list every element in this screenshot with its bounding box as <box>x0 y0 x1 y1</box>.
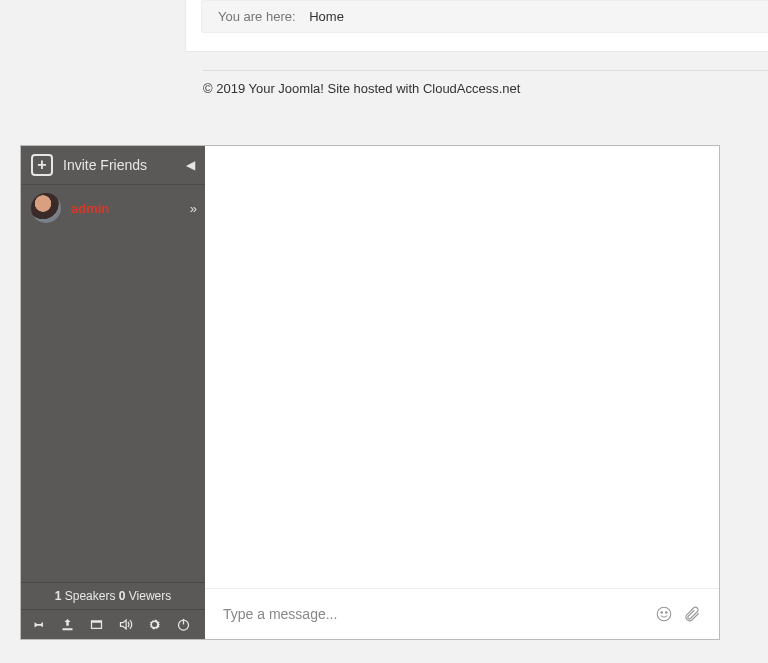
pin-icon[interactable] <box>31 617 46 632</box>
speakers-label: Speakers <box>65 589 116 603</box>
emoji-icon[interactable] <box>655 605 673 623</box>
viewers-count: 0 <box>119 589 126 603</box>
toolbar <box>21 609 205 639</box>
user-list-item[interactable]: admin » <box>21 185 205 231</box>
viewers-label: Viewers <box>129 589 171 603</box>
chat-main <box>205 146 719 639</box>
user-list <box>21 231 205 582</box>
attachment-icon[interactable] <box>683 605 701 623</box>
message-input[interactable] <box>223 606 645 622</box>
svg-point-2 <box>657 607 671 621</box>
avatar <box>31 193 61 223</box>
upload-icon[interactable] <box>60 617 75 632</box>
breadcrumb-prefix: You are here: <box>218 9 296 24</box>
gear-icon[interactable] <box>147 617 162 632</box>
chat-messages-area[interactable] <box>205 146 719 588</box>
invite-friends-button[interactable]: + Invite Friends ◀ <box>21 146 205 185</box>
breadcrumb-home[interactable]: Home <box>309 9 344 24</box>
collapse-left-icon[interactable]: ◀ <box>186 158 195 172</box>
chat-input-row <box>205 588 719 639</box>
divider <box>203 70 768 71</box>
speakers-count: 1 <box>55 589 62 603</box>
breadcrumb: You are here: Home <box>201 0 768 33</box>
window-icon[interactable] <box>89 617 104 632</box>
chevron-right-icon[interactable]: » <box>190 201 195 216</box>
chat-widget: + Invite Friends ◀ admin » 1 Speakers 0 … <box>20 145 720 640</box>
power-icon[interactable] <box>176 617 191 632</box>
speakers-viewers-status: 1 Speakers 0 Viewers <box>21 582 205 609</box>
invite-label: Invite Friends <box>63 157 176 173</box>
svg-point-4 <box>666 612 668 614</box>
volume-icon[interactable] <box>118 617 133 632</box>
username: admin <box>71 201 180 216</box>
footer-copyright: © 2019 Your Joomla! Site hosted with Clo… <box>203 81 768 96</box>
breadcrumb-card: You are here: Home <box>185 0 768 52</box>
chat-sidebar: + Invite Friends ◀ admin » 1 Speakers 0 … <box>21 146 205 639</box>
plus-icon: + <box>31 154 53 176</box>
svg-point-3 <box>661 612 663 614</box>
